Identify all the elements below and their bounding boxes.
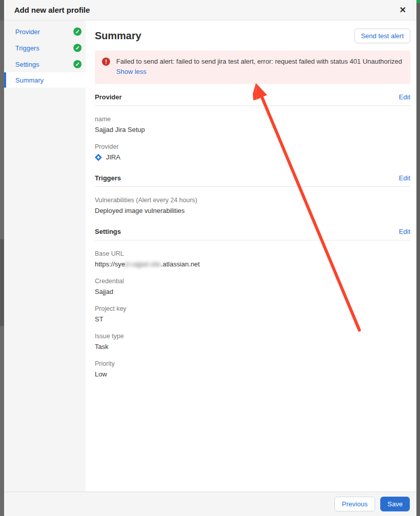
edit-triggers-link[interactable]: Edit — [399, 174, 410, 182]
section-title-settings: Settings — [95, 228, 121, 235]
sidebar-item-summary[interactable]: Summary — [4, 72, 86, 88]
modal-title: Add new alert profile — [14, 6, 90, 14]
error-icon: ! — [102, 58, 110, 66]
edit-settings-link[interactable]: Edit — [399, 228, 410, 235]
field-name: name Sajjad Jira Setup — [95, 116, 410, 133]
check-circle-icon: ✓ — [73, 28, 82, 36]
field-issue-type: Issue type Task — [95, 333, 410, 350]
add-alert-profile-modal: Add new alert profile ✕ Provider ✓ Trigg… — [4, 0, 416, 516]
divider — [95, 105, 410, 106]
modal-footer: Previous Save — [4, 492, 416, 516]
field-base-url: Base URL https://syed-sajjad-site.atlass… — [95, 250, 410, 268]
sidebar-item-triggers[interactable]: Triggers ✓ — [4, 40, 86, 56]
background-page-left-edge — [0, 0, 4, 516]
modal-body: Provider ✓ Triggers ✓ Settings ✓ Summary… — [4, 20, 416, 492]
field-provider: Provider JIRA — [95, 143, 410, 161]
close-icon[interactable]: ✕ — [398, 4, 408, 16]
divider — [95, 186, 410, 187]
sidebar-item-label: Settings — [15, 61, 39, 68]
sidebar-item-label: Provider — [15, 28, 40, 36]
error-banner: ! Failed to send alert: failed to send j… — [95, 50, 410, 84]
background-page-right-edge — [416, 0, 420, 516]
section-title-provider: Provider — [95, 93, 122, 101]
wizard-sidebar: Provider ✓ Triggers ✓ Settings ✓ Summary — [4, 20, 86, 492]
field-project-key: Project key ST — [95, 305, 410, 323]
send-test-alert-button[interactable]: Send test alert — [354, 29, 410, 43]
base-url-suffix: .atlassian.net — [161, 260, 200, 268]
error-message: Failed to send alert: failed to send jir… — [116, 57, 402, 77]
check-circle-icon: ✓ — [73, 60, 82, 68]
base-url-redacted: d-sajjad-site — [125, 260, 161, 268]
error-message-text: Failed to send alert: failed to send jir… — [116, 58, 402, 65]
provider-value: JIRA — [106, 153, 120, 161]
screen: Add new alert profile ✕ Provider ✓ Trigg… — [0, 0, 420, 516]
background-page-corner — [416, 0, 420, 3]
field-vulnerabilities: Vulnerabilities (Alert every 24 hours) D… — [95, 197, 410, 214]
edit-provider-link[interactable]: Edit — [399, 93, 410, 101]
summary-content: Summary Send test alert ! Failed to send… — [86, 20, 416, 492]
sidebar-item-settings[interactable]: Settings ✓ — [4, 56, 86, 72]
sidebar-item-provider[interactable]: Provider ✓ — [4, 23, 86, 40]
previous-button[interactable]: Previous — [334, 497, 376, 511]
base-url-prefix: https://sye — [95, 260, 125, 268]
sidebar-item-label: Summary — [15, 76, 44, 84]
check-circle-icon: ✓ — [73, 44, 82, 52]
section-title-triggers: Triggers — [95, 174, 121, 182]
field-priority: Priority Low — [95, 360, 410, 378]
show-less-link[interactable]: Show less — [116, 68, 146, 75]
modal-header: Add new alert profile ✕ — [4, 0, 416, 20]
jira-icon — [95, 154, 102, 161]
divider — [95, 240, 410, 240]
save-button[interactable]: Save — [380, 497, 410, 511]
sidebar-item-label: Triggers — [15, 44, 39, 52]
page-title: Summary — [95, 30, 141, 42]
field-credential: Credential Sajjad — [95, 278, 410, 295]
